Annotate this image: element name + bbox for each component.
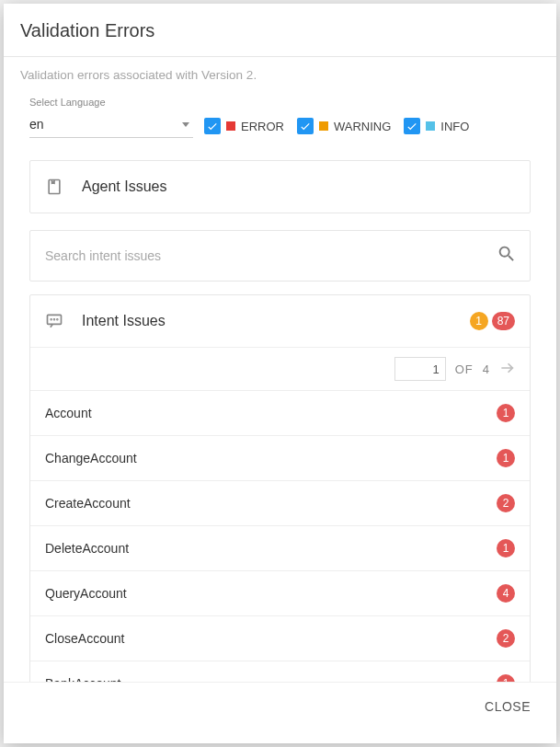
language-select[interactable]: en <box>29 113 193 138</box>
intent-list: Account1ChangeAccount1CreateAccount2Dele… <box>30 390 530 682</box>
check-icon <box>206 120 219 132</box>
intent-error-badge: 2 <box>497 494 515 512</box>
intent-issues-title: Intent Issues <box>82 313 451 329</box>
intent-row[interactable]: BankAccount1 <box>30 661 530 682</box>
legend-warning-label: WARNING <box>334 120 391 133</box>
legend-info: INFO <box>404 118 469 134</box>
intent-error-badge: 1 <box>497 404 515 422</box>
legend-error-label: ERROR <box>241 120 284 133</box>
modal-subtitle: Validation errors associated with Versio… <box>4 57 556 82</box>
agent-issues-panel[interactable]: Agent Issues <box>29 160 531 213</box>
intent-name: DeleteAccount <box>45 541 129 556</box>
pager: OF 4 <box>30 347 530 390</box>
checkbox-info[interactable] <box>404 118 420 134</box>
intent-error-badge: 2 <box>497 629 515 648</box>
intent-name: ChangeAccount <box>45 451 137 465</box>
intent-row[interactable]: CloseAccount2 <box>30 615 530 661</box>
modal-title: Validation Errors <box>20 20 540 41</box>
intent-name: Account <box>45 406 92 420</box>
language-value: en <box>29 117 44 132</box>
intent-row[interactable]: Account1 <box>30 390 530 435</box>
checkbox-warning[interactable] <box>297 118 314 134</box>
check-icon <box>299 120 312 132</box>
intent-warning-count: 1 <box>470 312 488 330</box>
search-button[interactable] <box>497 244 517 268</box>
pager-next-button[interactable] <box>498 359 517 380</box>
pager-of-label: OF <box>455 362 474 376</box>
intent-error-badge: 1 <box>497 674 515 682</box>
search-input[interactable] <box>30 232 497 280</box>
intent-error-badge: 1 <box>497 449 515 467</box>
pager-total: 4 <box>483 362 489 376</box>
intent-issues-header[interactable]: Intent Issues 1 87 <box>30 295 530 347</box>
search-row <box>29 230 531 282</box>
intent-row[interactable]: QueryAccount4 <box>30 570 530 615</box>
legend-warning: WARNING <box>297 118 391 134</box>
intent-row[interactable]: ChangeAccount1 <box>30 435 530 480</box>
swatch-info <box>426 121 435 131</box>
close-button[interactable]: CLOSE <box>474 692 542 721</box>
language-field: Select Language en <box>29 97 193 138</box>
arrow-right-icon <box>498 359 517 377</box>
book-icon <box>45 178 63 196</box>
intent-error-badge: 4 <box>497 584 515 603</box>
swatch-warning <box>319 121 328 131</box>
swatch-error <box>226 121 235 131</box>
modal-header: Validation Errors <box>4 4 556 57</box>
modal-footer: CLOSE <box>4 682 556 730</box>
intent-row[interactable]: DeleteAccount1 <box>30 525 530 570</box>
intent-error-badge: 1 <box>497 539 515 557</box>
intent-error-count: 87 <box>492 312 515 330</box>
intent-name: CreateAccount <box>45 496 131 511</box>
modal-body-scroll[interactable]: Select Language en ERROR <box>4 86 556 682</box>
legend: ERROR WARNING INFO <box>204 118 469 138</box>
intent-issues-badges: 1 87 <box>470 312 515 330</box>
legend-error: ERROR <box>204 118 284 134</box>
intent-name: QueryAccount <box>45 586 127 601</box>
language-label: Select Language <box>29 97 193 108</box>
checkbox-error[interactable] <box>204 118 221 134</box>
legend-info-label: INFO <box>440 120 469 133</box>
intent-row[interactable]: CreateAccount2 <box>30 480 530 525</box>
check-icon <box>406 120 418 132</box>
chat-icon <box>45 312 63 330</box>
intent-name: CloseAccount <box>45 631 124 646</box>
search-icon <box>497 244 517 264</box>
filter-row: Select Language en ERROR <box>29 97 531 138</box>
agent-issues-title: Agent Issues <box>82 178 515 195</box>
svg-point-3 <box>54 319 55 320</box>
chevron-down-icon <box>182 122 189 127</box>
pager-current-input[interactable] <box>394 357 446 381</box>
svg-point-2 <box>51 319 51 320</box>
svg-point-4 <box>57 319 58 320</box>
validation-errors-modal: Validation Errors Validation errors asso… <box>4 4 556 743</box>
intent-issues-panel: Intent Issues 1 87 OF 4 Account <box>29 294 531 682</box>
